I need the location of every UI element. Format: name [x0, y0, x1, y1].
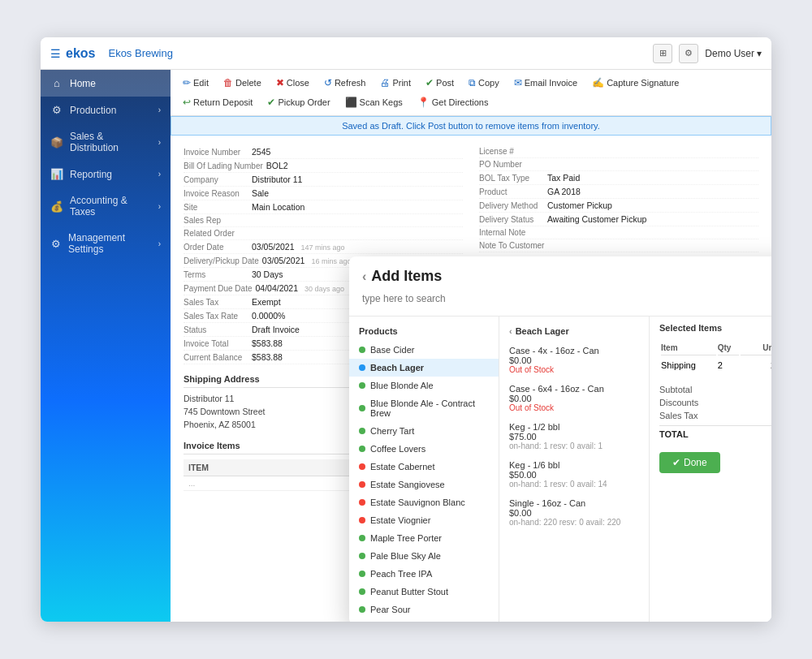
field-invoice-reason: Invoice Reason Sale: [184, 187, 463, 200]
selected-item-name: Shipping: [661, 357, 716, 373]
product-dot-red3: [359, 499, 365, 506]
field-po: PO Number: [479, 158, 758, 171]
product-dot-green9: [359, 588, 365, 595]
scan-icon: ⬛: [345, 97, 357, 108]
email-icon: ✉: [514, 77, 522, 88]
delete-button[interactable]: 🗑 Delete: [218, 75, 267, 91]
product-item-blue-blonde-contract[interactable]: Blue Blonde Ale - Contract Brew: [349, 394, 499, 422]
hamburger-icon[interactable]: ☰: [50, 47, 61, 60]
top-bar: ☰ ekos Ekos Brewing ⊞ ⚙ Demo User ▾: [41, 37, 771, 70]
product-item-estate-viognier[interactable]: Estate Viognier: [349, 511, 499, 529]
product-item-estate-cabernet[interactable]: Estate Cabernet: [349, 458, 499, 476]
product-dot-green3: [359, 405, 365, 411]
discounts-label: Discounts: [659, 398, 698, 407]
product-item-estate-sauv-blanc[interactable]: Estate Sauvignon Blanc: [349, 493, 499, 511]
field-related-order: Related Order: [184, 227, 463, 240]
product-item-blue-blonde[interactable]: Blue Blonde Ale: [349, 377, 499, 394]
field-bol-tax: BOL Tax Type Tax Paid: [479, 171, 758, 185]
return-button[interactable]: ↩ Return Deposit: [177, 94, 258, 110]
field-invoice-number: Invoice Number 2545: [184, 145, 463, 159]
accounting-arrow-icon: ›: [158, 202, 161, 211]
scan-button[interactable]: ⬛ Scan Kegs: [339, 94, 408, 110]
product-item-base-cider[interactable]: Base Cider: [349, 341, 499, 359]
add-items-modal: ‹ Add Items Products Base Cider Beach La…: [349, 256, 771, 622]
product-item-pale-blue-sky[interactable]: Pale Blue Sky Ale: [349, 547, 499, 565]
variant-item-keg-half[interactable]: Keg - 1/2 bbl $75.00 on-hand: 1 resv: 0 …: [499, 417, 649, 455]
main-window: ☰ ekos Ekos Brewing ⊞ ⚙ Demo User ▾ ⌂ Ho…: [41, 37, 771, 622]
product-item-peanut-butter[interactable]: Peanut Butter Stout: [349, 583, 499, 601]
product-item-coffee-lovers[interactable]: Coffee Lovers: [349, 440, 499, 458]
copy-button[interactable]: ⧉ Copy: [463, 75, 505, 91]
user-menu-btn[interactable]: Demo User ▾: [705, 48, 762, 59]
directions-icon: 📍: [417, 97, 430, 108]
print-icon: 🖨: [380, 77, 390, 88]
product-item-cherry-tart[interactable]: Cherry Tart: [349, 422, 499, 440]
search-input[interactable]: [362, 290, 771, 308]
product-item-maple-tree[interactable]: Maple Tree Porter: [349, 529, 499, 547]
variants-column: ‹ Beach Lager Case - 4x - 16oz - Can $0.…: [499, 317, 650, 622]
top-bar-right: ⊞ ⚙ Demo User ▾: [653, 44, 762, 63]
variants-back-icon: ‹: [509, 326, 512, 336]
variant-item-single-16oz[interactable]: Single - 16oz - Can $0.00 on-hand: 220 r…: [499, 493, 649, 532]
done-button[interactable]: ✔ Done: [659, 452, 720, 473]
accounting-icon: 💰: [50, 200, 63, 213]
product-dot-red4: [359, 517, 365, 523]
sidebar-item-home[interactable]: ⌂ Home: [41, 70, 171, 97]
product-item-queen-city[interactable]: Queen City Sour: [349, 618, 499, 622]
variant-item-case-4x[interactable]: Case - 4x - 16oz - Can $0.00 Out of Stoc…: [499, 341, 649, 379]
back-arrow-icon[interactable]: ‹: [362, 269, 366, 284]
print-button[interactable]: 🖨 Print: [374, 75, 417, 91]
selected-item-qty: 2: [718, 357, 739, 373]
post-button[interactable]: ✔ Post: [420, 75, 460, 91]
selected-items-table: Item Qty Unit Price Shipping 2 25.00 T: [659, 339, 771, 375]
product-dot-green8: [359, 571, 365, 577]
product-dot-green6: [359, 535, 365, 541]
field-sales-rep: Sales Rep: [184, 214, 463, 227]
close-button[interactable]: ✖ Close: [270, 75, 315, 91]
sidebar: ⌂ Home ⚙ Production › 📦 Sales & Distribu…: [41, 70, 171, 622]
selected-row-shipping: Shipping 2 25.00 T: [661, 357, 771, 373]
total-row: TOTAL $50.00: [659, 425, 771, 441]
product-item-beach-lager[interactable]: Beach Lager: [349, 359, 499, 377]
edit-button[interactable]: ✏ Edit: [177, 75, 214, 91]
product-item-pear-sour[interactable]: Pear Sour: [349, 601, 499, 618]
col-unit-price: Unit Price: [741, 341, 771, 355]
email-button[interactable]: ✉ Email Invoice: [508, 75, 583, 91]
sidebar-item-reporting[interactable]: 📊 Reporting ›: [41, 161, 171, 187]
field-note-customer: Note To Customer: [479, 239, 758, 252]
pickup-button[interactable]: ✔ Pickup Order: [261, 94, 335, 110]
refresh-button[interactable]: ↺ Refresh: [318, 75, 372, 91]
settings-icon-btn[interactable]: ⚙: [679, 44, 698, 63]
user-name: Demo User: [705, 48, 754, 59]
discounts-row: Discounts $0.00: [659, 396, 771, 409]
modal-body: Products Base Cider Beach Lager Blue Blo…: [349, 317, 771, 622]
toolbar: ✏ Edit 🗑 Delete ✖ Close ↺ Refresh 🖨 Prin…: [171, 70, 771, 116]
production-icon: ⚙: [50, 104, 63, 116]
sidebar-label-reporting: Reporting: [70, 169, 112, 180]
field-delivery-status: Delivery Status Awaiting Customer Pickup: [479, 213, 758, 226]
user-chevron-icon: ▾: [757, 48, 762, 59]
product-item-estate-sangiovese[interactable]: Estate Sangiovese: [349, 476, 499, 493]
delete-icon: 🗑: [223, 77, 233, 88]
selected-items-column: Selected Items Item Qty Unit Price Shipp…: [650, 317, 771, 622]
signature-button[interactable]: ✍ Capture Signature: [586, 75, 685, 91]
sidebar-item-sales[interactable]: 📦 Sales & Distribution ›: [41, 123, 171, 161]
sidebar-label-accounting: Accounting & Taxes: [70, 195, 152, 218]
signature-icon: ✍: [592, 77, 604, 88]
variant-item-case-6x4[interactable]: Case - 6x4 - 16oz - Can $0.00 Out of Sto…: [499, 379, 649, 417]
product-item-peach-tree[interactable]: Peach Tree IPA: [349, 565, 499, 583]
subtotal-label: Subtotal: [659, 385, 692, 394]
sidebar-item-management[interactable]: ⚙ Management Settings ›: [41, 225, 171, 262]
sidebar-item-accounting[interactable]: 💰 Accounting & Taxes ›: [41, 187, 171, 225]
field-internal-note: Internal Note: [479, 226, 758, 239]
edit-icon: ✏: [183, 77, 191, 88]
sales-arrow-icon: ›: [158, 138, 161, 147]
product-dot-green10: [359, 606, 365, 613]
sidebar-item-production[interactable]: ⚙ Production ›: [41, 97, 171, 123]
grid-icon-btn[interactable]: ⊞: [653, 44, 672, 63]
variant-item-keg-sixth[interactable]: Keg - 1/6 bbl $50.00 on-hand: 1 resv: 0 …: [499, 455, 649, 493]
product-dot-green: [359, 347, 365, 353]
subtotal-row: Subtotal $50.00: [659, 383, 771, 396]
directions-button[interactable]: 📍 Get Directions: [412, 94, 495, 110]
done-label: Done: [684, 457, 707, 468]
